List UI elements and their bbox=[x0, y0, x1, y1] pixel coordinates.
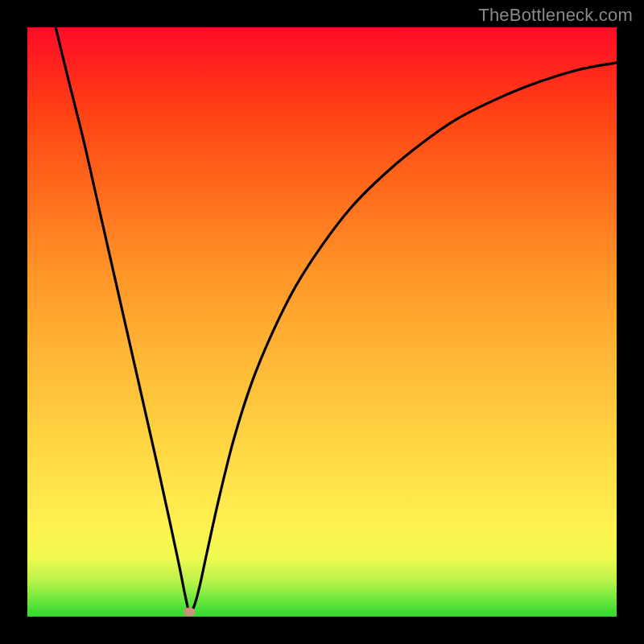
watermark-text: TheBottleneck.com bbox=[478, 5, 633, 26]
chart-frame: TheBottleneck.com bbox=[0, 0, 644, 644]
curve-path bbox=[56, 27, 617, 613]
plot-area bbox=[27, 27, 617, 617]
bottleneck-curve bbox=[27, 27, 617, 617]
optimum-marker bbox=[184, 608, 196, 617]
